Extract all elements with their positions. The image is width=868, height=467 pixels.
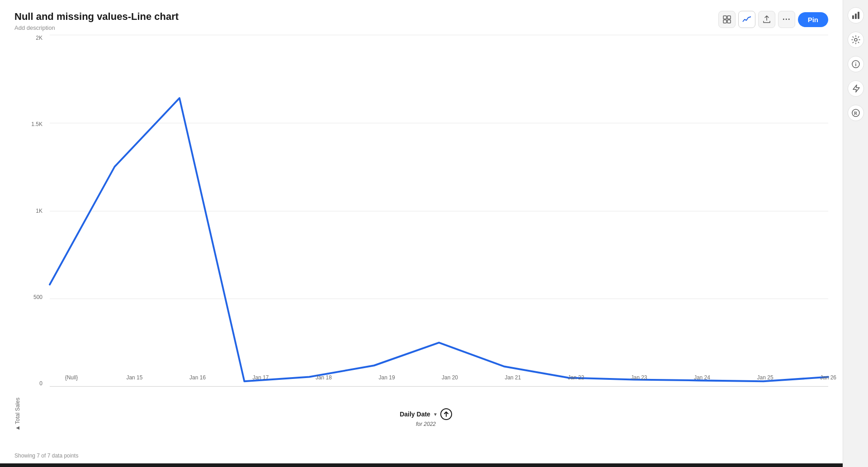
export-button[interactable]: [758, 11, 775, 28]
svg-rect-0: [723, 16, 726, 19]
grid-and-chart: 2K 1.5K 1K 500 0: [28, 35, 828, 405]
chart-title: Null and missing values-Line chart: [14, 11, 179, 23]
bar-chart-icon[interactable]: [848, 7, 864, 23]
chart-view-button[interactable]: [738, 11, 755, 28]
x-label-jan19: Jan 19: [379, 374, 395, 381]
x-label-jan25: Jan 25: [757, 374, 774, 381]
x-axis-footer: Daily Date ▼ for 2022: [24, 408, 828, 431]
x-label-jan24: Jan 24: [694, 374, 710, 381]
data-points-label: Showing 7 of 7 data points: [14, 453, 78, 459]
svg-point-7: [854, 38, 857, 41]
x-labels: {Null} Jan 15 Jan 16 Jan 17 Jan 18 Jan 1…: [71, 369, 828, 387]
chart-description: Add description: [14, 24, 179, 31]
bottom-bar: [0, 463, 843, 467]
right-sidebar: R: [843, 0, 868, 467]
x-label-jan22: Jan 22: [568, 374, 584, 381]
line-chart-svg: [50, 35, 828, 387]
y-ticks: 2K 1.5K 1K 500 0: [28, 35, 46, 387]
x-label-jan23: Jan 23: [631, 374, 647, 381]
x-axis-filter-label[interactable]: Daily Date: [400, 411, 430, 418]
dropdown-arrow-icon[interactable]: ▼: [433, 412, 438, 417]
y-tick-15k: 1.5K: [31, 121, 42, 127]
lightning-icon[interactable]: [848, 80, 864, 97]
y-axis-label: ▶ Total Sales: [14, 44, 21, 431]
chart-header: Null and missing values-Line chart Add d…: [14, 11, 828, 31]
x-label-jan17: Jan 17: [252, 374, 269, 381]
x-label-null: {Null}: [65, 374, 78, 381]
x-label-jan16: Jan 16: [189, 374, 206, 381]
x-axis-filter: Daily Date ▼: [400, 408, 452, 420]
x-axis-subtitle: for 2022: [416, 421, 436, 427]
info-icon[interactable]: [848, 56, 864, 72]
sort-ascending-button[interactable]: [440, 408, 452, 420]
x-label-jan20: Jan 20: [442, 374, 458, 381]
chart-plot: {Null} Jan 15 Jan 16 Jan 17 Jan 18 Jan 1…: [50, 35, 828, 387]
y-tick-0: 0: [39, 380, 42, 387]
y-tick-500: 500: [33, 294, 42, 300]
toolbar: ··· Pin: [718, 11, 828, 28]
table-view-button[interactable]: [718, 11, 736, 28]
more-options-button[interactable]: ···: [778, 11, 795, 28]
chart-area: ▶ Total Sales 2K 1.5K 1K 500 0: [14, 35, 828, 467]
svg-rect-4: [852, 15, 854, 19]
x-label-jan21: Jan 21: [505, 374, 521, 381]
y-tick-1k: 1K: [36, 208, 42, 214]
y-tick-2k: 2K: [36, 35, 42, 41]
x-label-jan15: Jan 15: [126, 374, 142, 381]
svg-rect-2: [723, 20, 726, 23]
y-axis-arrow: ▶: [15, 426, 20, 431]
r-logo-icon[interactable]: R: [848, 105, 864, 121]
chart-inner: 2K 1.5K 1K 500 0: [24, 35, 828, 431]
svg-rect-1: [727, 16, 731, 19]
svg-rect-5: [855, 14, 857, 19]
svg-text:R: R: [854, 111, 858, 116]
svg-point-9: [855, 62, 856, 63]
gear-icon[interactable]: [848, 32, 864, 48]
x-label-jan18: Jan 18: [316, 374, 332, 381]
pin-button[interactable]: Pin: [798, 12, 828, 27]
title-section: Null and missing values-Line chart Add d…: [14, 11, 179, 31]
svg-rect-3: [727, 20, 731, 23]
main-content: Null and missing values-Line chart Add d…: [0, 0, 843, 467]
x-label-jan26: Jan 26: [820, 374, 836, 381]
svg-rect-6: [858, 12, 859, 19]
